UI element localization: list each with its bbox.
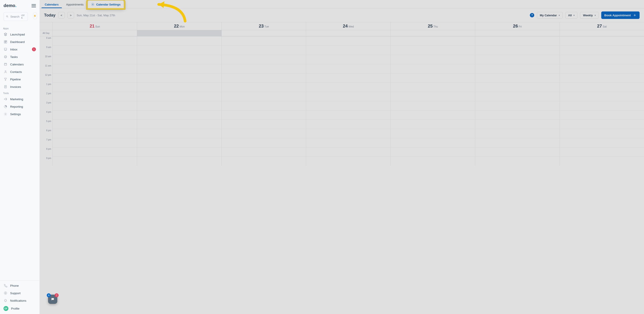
calendar-cell[interactable]	[560, 45, 644, 55]
all-day-cell[interactable]	[137, 30, 221, 36]
calendar-cell[interactable]	[52, 45, 137, 55]
prev-week-button[interactable]: <	[58, 12, 65, 18]
calendar-cell[interactable]	[560, 64, 644, 73]
calendar-cell[interactable]	[475, 157, 559, 166]
calendar-cell[interactable]	[137, 120, 221, 129]
calendar-cell[interactable]	[52, 55, 137, 64]
calendar-cell[interactable]	[222, 120, 306, 129]
calendar-cell[interactable]	[306, 92, 390, 101]
calendar-cell[interactable]	[475, 55, 559, 64]
calendar-cell[interactable]	[137, 129, 221, 138]
help-icon[interactable]: ?	[530, 13, 534, 17]
calendar-cell[interactable]	[222, 129, 306, 138]
sidebar-item-calendars[interactable]: Calendars	[1, 60, 38, 68]
calendar-cell[interactable]	[390, 64, 475, 73]
today-label[interactable]: Today	[44, 13, 56, 18]
calendar-cell[interactable]	[52, 101, 137, 110]
calendar-cell[interactable]	[390, 110, 475, 120]
next-week-button[interactable]: >	[68, 12, 74, 18]
calendar-cell[interactable]	[390, 129, 475, 138]
calendar-cell[interactable]	[475, 83, 559, 92]
calendar-cell[interactable]	[390, 45, 475, 55]
calendar-cell[interactable]	[560, 83, 644, 92]
calendar-cell[interactable]	[137, 138, 221, 147]
calendar-cell[interactable]	[306, 83, 390, 92]
calendar-cell[interactable]	[137, 64, 221, 73]
calendar-cell[interactable]	[560, 73, 644, 83]
calendar-cell[interactable]	[390, 147, 475, 157]
sidebar-item-pipeline[interactable]: Pipeline	[1, 75, 38, 83]
sidebar-item-launchpad[interactable]: Launchpad	[1, 31, 38, 38]
calendar-cell[interactable]	[306, 64, 390, 73]
sidebar-item-support[interactable]: Support	[1, 289, 38, 297]
calendar-cell[interactable]	[222, 147, 306, 157]
calendar-cell[interactable]	[390, 55, 475, 64]
all-day-cell[interactable]	[390, 30, 475, 36]
sidebar-item-contacts[interactable]: Contacts	[1, 68, 38, 75]
calendar-cell[interactable]	[137, 110, 221, 120]
view-dropdown[interactable]: Weekly▾	[580, 12, 598, 19]
calendar-cell[interactable]	[390, 73, 475, 83]
all-day-cell[interactable]	[52, 30, 137, 36]
calendar-cell[interactable]	[390, 101, 475, 110]
sidebar-item-phone[interactable]: Phone	[1, 282, 38, 289]
calendar-cell[interactable]	[560, 138, 644, 147]
sidebar-item-marketing[interactable]: Marketing	[1, 95, 38, 103]
calendar-cell[interactable]	[137, 36, 221, 45]
calendar-cell[interactable]	[475, 110, 559, 120]
calendar-cell[interactable]	[306, 45, 390, 55]
calendar-cell[interactable]	[52, 129, 137, 138]
calendar-cell[interactable]	[475, 45, 559, 55]
calendar-cell[interactable]	[475, 138, 559, 147]
calendar-cell[interactable]	[475, 36, 559, 45]
calendar-cell[interactable]	[306, 110, 390, 120]
calendar-cell[interactable]	[390, 92, 475, 101]
calendar-cell[interactable]	[137, 157, 221, 166]
all-day-cell[interactable]	[222, 30, 306, 36]
calendar-cell[interactable]	[137, 73, 221, 83]
all-day-cell[interactable]	[306, 30, 390, 36]
calendar-cell[interactable]	[475, 129, 559, 138]
all-day-cell[interactable]	[560, 30, 644, 36]
sidebar-item-dashboard[interactable]: Dashboard	[1, 38, 38, 45]
calendar-cell[interactable]	[306, 55, 390, 64]
calendar-cell[interactable]	[475, 120, 559, 129]
calendar-cell[interactable]	[52, 157, 137, 166]
calendar-cell[interactable]	[560, 36, 644, 45]
calendar-cell[interactable]	[560, 147, 644, 157]
calendar-cell[interactable]	[222, 55, 306, 64]
sidebar-item-reporting[interactable]: Reporting	[1, 103, 38, 110]
calendar-cell[interactable]	[560, 101, 644, 110]
calendar-cell[interactable]	[306, 120, 390, 129]
calendar-cell[interactable]	[137, 45, 221, 55]
sidebar-item-inbox[interactable]: Inbox1	[1, 45, 38, 53]
calendar-cell[interactable]	[475, 101, 559, 110]
calendar-cell[interactable]	[222, 101, 306, 110]
calendar-cell[interactable]	[390, 83, 475, 92]
calendar-cell[interactable]	[222, 45, 306, 55]
sidebar-item-notifications[interactable]: Notifications	[1, 297, 38, 304]
sidebar-item-profile[interactable]: GFProfile	[1, 304, 38, 313]
calendar-cell[interactable]	[52, 73, 137, 83]
calendar-cell[interactable]	[222, 138, 306, 147]
calendar-cell[interactable]	[52, 92, 137, 101]
calendar-cell[interactable]	[222, 92, 306, 101]
calendar-cell[interactable]	[137, 92, 221, 101]
calendar-cell[interactable]	[390, 120, 475, 129]
calendar-cell[interactable]	[306, 138, 390, 147]
calendar-cell[interactable]	[560, 120, 644, 129]
calendar-cell[interactable]	[306, 73, 390, 83]
calendar-cell[interactable]	[222, 64, 306, 73]
calendar-cell[interactable]	[560, 92, 644, 101]
sidebar-item-tasks[interactable]: Tasks	[1, 53, 38, 60]
tab-appointments[interactable]: Appointments	[63, 1, 87, 8]
calendar-cell[interactable]	[306, 157, 390, 166]
calendar-cell[interactable]	[137, 83, 221, 92]
sidebar-item-invoices[interactable]: Invoices	[1, 83, 38, 90]
calendar-cell[interactable]	[52, 110, 137, 120]
calendar-cell[interactable]	[306, 147, 390, 157]
tab-settings[interactable]: Calendar Settings	[88, 0, 124, 8]
calendar-cell[interactable]	[390, 157, 475, 166]
hours-scroll[interactable]: 8 am9 am10 am11 am12 pm1 pm2 pm3 pm4 pm5…	[40, 36, 644, 314]
calendar-cell[interactable]	[475, 73, 559, 83]
